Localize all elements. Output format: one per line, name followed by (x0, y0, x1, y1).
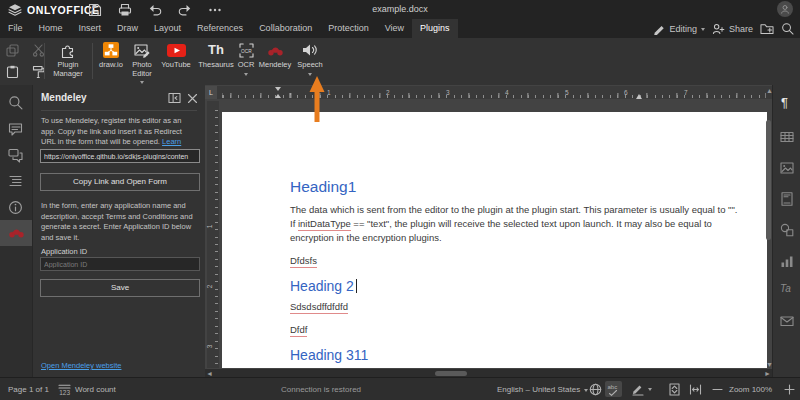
application-id-input[interactable] (40, 257, 200, 271)
share-person-icon (712, 23, 725, 35)
tab-plugins[interactable]: Plugins (412, 19, 458, 38)
toolbar-separator (44, 43, 45, 79)
speech-button[interactable]: Speech (294, 41, 326, 78)
open-file-location-icon[interactable] (760, 22, 774, 35)
ruler-number: 1 (206, 225, 213, 229)
status-bar: Page 1 of 1 123 Word count Connection is… (0, 377, 800, 400)
user-avatar[interactable] (777, 1, 793, 17)
vertical-scrollbar-thumb[interactable] (766, 120, 771, 240)
horizontal-ruler[interactable]: 1 2 3 4 5 6 7 (217, 86, 772, 99)
share-button[interactable]: Share (712, 23, 753, 35)
tab-view[interactable]: View (377, 19, 412, 38)
tab-layout[interactable]: Layout (146, 19, 189, 38)
shape-settings-icon[interactable] (780, 223, 794, 237)
chat-icon[interactable] (8, 148, 23, 163)
table-settings-icon[interactable] (780, 130, 794, 144)
spell-check-toggle[interactable]: abc (605, 381, 622, 397)
tab-insert[interactable]: Insert (71, 19, 110, 38)
word-count-icon[interactable]: 123 (58, 383, 71, 396)
scroll-left-arrow[interactable]: ◄ (206, 370, 213, 377)
right-indent-marker[interactable] (636, 91, 642, 99)
onlyoffice-editor-window: example.docx ONLYOFFICE File Home Insert… (0, 0, 800, 400)
word-count-label[interactable]: Word count (75, 385, 116, 394)
plugin-manager-button[interactable]: Plugin Manager (46, 41, 90, 78)
save-button[interactable]: Save (40, 279, 200, 297)
mendeley-button[interactable]: Mendeley (256, 41, 294, 70)
save-icon[interactable] (88, 3, 102, 17)
youtube-label: YouTube (158, 61, 194, 70)
language-selector[interactable]: English – United States (497, 385, 588, 394)
ruler-number: 3 (446, 89, 450, 96)
textart-settings-icon[interactable]: Ta (780, 283, 791, 294)
scroll-right-arrow[interactable]: ► (764, 370, 771, 377)
track-changes-button[interactable] (631, 382, 652, 396)
track-changes-icon (631, 382, 645, 396)
chart-settings-icon[interactable] (780, 254, 794, 268)
print-icon[interactable] (118, 3, 132, 17)
undo-icon[interactable] (148, 3, 162, 16)
search-icon[interactable] (8, 95, 23, 110)
doc-heading3: Heading 311 (290, 347, 742, 363)
headerfooter-settings-icon[interactable] (780, 192, 794, 206)
photo-editor-button[interactable]: Photo Editor (123, 41, 161, 86)
editing-mode-label: Editing (669, 24, 697, 34)
thesaurus-icon: Th (196, 41, 236, 59)
dock-panel-icon[interactable] (168, 92, 181, 104)
tab-collaboration[interactable]: Collaboration (251, 19, 320, 38)
editing-mode-button[interactable]: Editing (653, 23, 705, 35)
mailmerge-settings-icon[interactable] (780, 314, 794, 328)
copy-icon[interactable] (6, 44, 19, 57)
comments-icon[interactable] (8, 122, 23, 137)
zoom-level-label[interactable]: Zoom 100% (729, 385, 772, 394)
horizontal-scrollbar[interactable]: ◄ ► (205, 369, 772, 377)
about-icon[interactable] (8, 200, 23, 215)
tab-draw[interactable]: Draw (109, 19, 146, 38)
fit-page-icon[interactable] (668, 383, 681, 396)
image-settings-icon[interactable] (780, 161, 794, 175)
speaker-icon (302, 43, 318, 57)
pencil-icon (653, 23, 665, 35)
tab-protection[interactable]: Protection (320, 19, 377, 38)
ruler-number: 7 (684, 89, 688, 96)
right-sidebar: ¶ Ta (772, 85, 800, 377)
navigation-icon[interactable] (8, 174, 23, 189)
horizontal-scrollbar-thumb[interactable] (435, 371, 467, 376)
paste-icon[interactable] (6, 65, 19, 78)
first-line-indent-marker[interactable] (275, 87, 281, 98)
doc-heading2: Heading 2 (290, 278, 742, 294)
panel-divider (41, 110, 197, 111)
mendeley-plugin-icon[interactable] (9, 227, 24, 238)
close-icon[interactable] (187, 93, 198, 104)
search-icon[interactable] (781, 22, 794, 35)
plugin-manager-label: Plugin Manager (46, 61, 90, 78)
document-language-globe-icon[interactable] (589, 383, 602, 396)
document-page[interactable]: Heading1 The data which is sent from the… (222, 112, 767, 368)
tab-file[interactable]: File (0, 19, 31, 38)
chevron-down-icon (244, 73, 248, 78)
text-cursor (356, 279, 357, 293)
tab-stop-selector[interactable]: L (205, 86, 217, 99)
ruler-number: 3 (206, 345, 213, 349)
open-mendeley-website-link[interactable]: Open Mendeley website (41, 361, 121, 370)
zoom-in-button[interactable] (784, 384, 795, 395)
paragraph-settings-icon[interactable]: ¶ (781, 95, 788, 110)
vertical-ruler[interactable]: 1 2 3 (207, 101, 219, 368)
tab-home[interactable]: Home (31, 19, 71, 38)
ruler-number: 2 (386, 89, 390, 96)
doc-word: Dfdf (290, 324, 742, 335)
annotation-arrow-icon (309, 76, 325, 125)
connection-status: Connection is restored (281, 385, 361, 394)
redo-icon[interactable] (178, 3, 192, 16)
share-label: Share (729, 24, 753, 34)
page-count-label[interactable]: Page 1 of 1 (8, 385, 49, 394)
fit-width-icon[interactable] (689, 383, 702, 396)
doc-paragraph: The data which is sent from the editor t… (290, 203, 742, 245)
copy-link-button[interactable]: Copy Link and Open Form (40, 173, 200, 191)
tab-references[interactable]: References (189, 19, 251, 38)
zoom-out-button[interactable] (712, 384, 723, 395)
more-actions-icon[interactable] (208, 3, 222, 17)
thesaurus-button[interactable]: Th Thesaurus (196, 41, 236, 70)
panel-title: Mendeley (41, 92, 87, 103)
redirect-url-input[interactable] (40, 149, 200, 163)
youtube-button[interactable]: YouTube (158, 41, 194, 70)
